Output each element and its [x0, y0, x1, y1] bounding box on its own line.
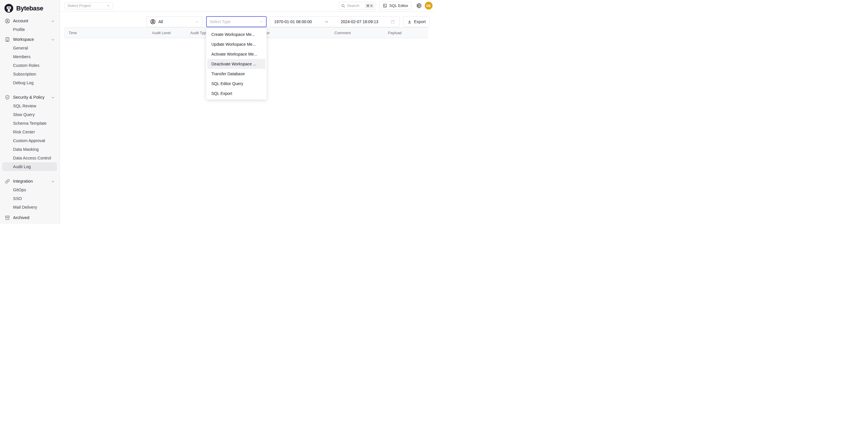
chevron-down-icon — [259, 20, 263, 24]
date-from-value: 1970-01-01 08:00:00 — [274, 20, 312, 24]
column-header-payload: Payload — [384, 28, 427, 38]
sidebar-item-members[interactable]: Members — [0, 53, 60, 61]
column-header-time: Time — [65, 28, 148, 38]
type-option-deactivate-workspace[interactable]: Deactivate Workspace ... — [207, 59, 266, 69]
sidebar-item-label: Profile — [13, 27, 25, 32]
sidebar-item-security-policy[interactable]: Security & Policy — [0, 93, 60, 102]
sidebar-item-label: Mail Delivery — [13, 205, 37, 210]
sql-editor-button[interactable]: SQL Editor — [379, 2, 412, 9]
sidebar-item-label: Security & Policy — [13, 95, 44, 100]
type-filter-placeholder: Select Type — [210, 20, 231, 24]
sidebar-item-mail-delivery[interactable]: Mail Delivery — [0, 203, 60, 212]
shield-check-icon — [5, 95, 10, 100]
sidebar-item-risk-center[interactable]: Risk Center — [0, 128, 60, 136]
sidebar-selected-highlight — [2, 194, 57, 203]
sidebar-nav: AccountProfileWorkspaceGeneralMembersCus… — [0, 17, 60, 222]
calendar-icon — [390, 20, 395, 24]
topbar: Select Project Search ⌘ K SQL Editor DE — [60, 0, 434, 11]
chevron-down-icon — [51, 96, 55, 99]
sidebar-item-slow-query[interactable]: Slow Query — [0, 110, 60, 119]
search-placeholder: Search — [347, 3, 363, 8]
sidebar-item-custom-approval[interactable]: Custom Approval — [0, 136, 60, 145]
user-circle-icon — [150, 19, 156, 25]
sidebar-selected-highlight — [2, 186, 57, 194]
type-option-update-workspace-me[interactable]: Update Workspace Me... — [207, 39, 266, 49]
select-project-placeholder: Select Project — [67, 3, 91, 8]
filter-bar: All Select Type 1970-01-01 08:00:00 2024… — [60, 11, 434, 27]
sidebar-item-label: Workspace — [13, 37, 34, 42]
sidebar-item-label: Data Access Control — [13, 156, 51, 160]
date-range-picker[interactable]: 1970-01-01 08:00:00 2024-02-07 18:09:13 — [270, 16, 400, 27]
sidebar-item-label: Slow Query — [13, 112, 35, 117]
sidebar-item-data-masking[interactable]: Data Masking — [0, 145, 60, 154]
user-avatar[interactable]: DE — [425, 2, 433, 9]
actor-filter-value: All — [158, 20, 163, 24]
topbar-right: Search ⌘ K SQL Editor DE — [338, 2, 433, 9]
sidebar-selected-highlight — [2, 17, 57, 25]
column-header-comment: Comment — [331, 28, 384, 38]
arrow-right-icon — [324, 20, 329, 24]
chevron-down-icon — [195, 20, 199, 24]
sidebar-item-profile[interactable]: Profile — [0, 25, 60, 34]
sidebar-item-archived[interactable]: Archived — [0, 213, 60, 222]
sql-editor-label: SQL Editor — [389, 3, 408, 8]
export-button[interactable]: Export — [403, 16, 430, 27]
sidebar: Bytebase AccountProfileWorkspaceGeneralM… — [0, 0, 60, 224]
actor-filter-dropdown[interactable]: All — [146, 16, 203, 27]
chevron-down-icon — [51, 38, 55, 41]
sidebar-item-workspace[interactable]: Workspace — [0, 35, 60, 44]
chevron-down-icon — [51, 19, 55, 23]
sidebar-selected-highlight — [2, 213, 57, 222]
sidebar-item-label: Account — [13, 19, 28, 23]
type-option-activate-workspace-me[interactable]: Activate Workspace Me... — [207, 49, 266, 59]
sidebar-item-gitops[interactable]: GitOps — [0, 186, 60, 194]
sidebar-selected-highlight — [2, 44, 57, 53]
sidebar-item-sql-review[interactable]: SQL Review — [0, 102, 60, 110]
brand-logo[interactable]: Bytebase — [0, 0, 60, 14]
sidebar-item-label: Custom Approval — [13, 138, 45, 143]
type-option-transfer-database[interactable]: Transfer Database — [207, 69, 266, 79]
sidebar-item-label: General — [13, 46, 28, 50]
export-label: Export — [414, 20, 426, 24]
search-input[interactable]: Search ⌘ K — [338, 2, 376, 9]
sidebar-item-account[interactable]: Account — [0, 17, 60, 25]
sidebar-item-general[interactable]: General — [0, 44, 60, 53]
sidebar-item-custom-roles[interactable]: Custom Roles — [0, 61, 60, 70]
column-header-audit-level: Audit Level — [148, 28, 186, 38]
sidebar-item-label: Subscription — [13, 72, 36, 76]
sidebar-item-label: Custom Roles — [13, 63, 39, 68]
search-icon — [341, 4, 345, 8]
sidebar-item-label: Debug Log — [13, 81, 34, 85]
download-icon — [407, 20, 412, 24]
column-header-actor: Actor — [257, 28, 331, 38]
terminal-icon — [383, 3, 387, 8]
sidebar-item-label: Schema Template — [13, 121, 46, 126]
sidebar-selected-highlight — [2, 25, 57, 34]
date-to-value: 2024-02-07 18:09:13 — [341, 20, 378, 24]
user-circle-icon — [5, 18, 10, 24]
sidebar-item-integration[interactable]: Integration — [0, 177, 60, 186]
brand-name: Bytebase — [16, 5, 43, 12]
sidebar-item-label: Members — [13, 55, 30, 59]
bytebase-logo-icon — [4, 3, 13, 13]
type-filter-dropdown[interactable]: Select Type — [206, 16, 267, 27]
archive-icon — [5, 215, 10, 221]
sidebar-item-label: Risk Center — [13, 130, 35, 134]
sidebar-item-schema-template[interactable]: Schema Template — [0, 119, 60, 128]
select-project-dropdown[interactable]: Select Project — [65, 2, 113, 9]
chevron-down-icon — [51, 180, 55, 183]
type-option-sql-export[interactable]: SQL Export — [207, 89, 266, 98]
sidebar-item-label: SQL Review — [13, 104, 36, 108]
building-icon — [5, 37, 10, 42]
sidebar-item-label: Integration — [13, 179, 33, 184]
settings-gear-icon[interactable] — [416, 3, 422, 9]
sidebar-item-debug-log[interactable]: Debug Log — [0, 78, 60, 87]
sidebar-item-audit-log[interactable]: Audit Log — [0, 162, 60, 171]
sidebar-item-subscription[interactable]: Subscription — [0, 70, 60, 78]
type-filter-menu: Create Workspace Me...Update Workspace M… — [206, 28, 267, 100]
type-option-create-workspace-me[interactable]: Create Workspace Me... — [207, 30, 266, 39]
sidebar-item-sso[interactable]: SSO — [0, 194, 60, 203]
type-option-sql-editor-query[interactable]: SQL Editor Query — [207, 79, 266, 89]
sidebar-item-label: GitOps — [13, 188, 26, 192]
sidebar-item-data-access-control[interactable]: Data Access Control — [0, 154, 60, 162]
